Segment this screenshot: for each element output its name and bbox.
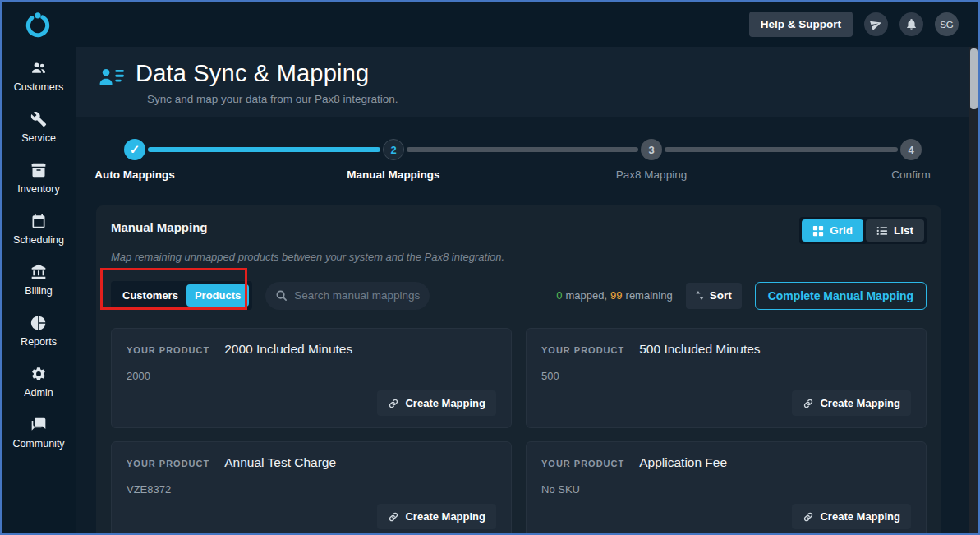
paper-plane-icon xyxy=(870,18,882,30)
list-view-button[interactable]: List xyxy=(866,219,924,242)
sort-label: Sort xyxy=(710,289,732,302)
user-avatar[interactable]: SG xyxy=(935,12,959,36)
search-box xyxy=(265,282,430,310)
gear-icon xyxy=(30,366,47,382)
sidebar-item-community[interactable]: Community xyxy=(2,408,76,459)
product-card: YOUR PRODUCT Application Fee No SKU Crea… xyxy=(526,441,927,535)
sidebar-item-label: Admin xyxy=(24,387,53,399)
step-label-manual-mappings: Manual Mappings xyxy=(347,168,439,181)
sidebar-item-billing[interactable]: Billing xyxy=(2,255,76,306)
tab-products[interactable]: Products xyxy=(186,284,249,307)
mapped-count: 0 xyxy=(556,289,562,302)
your-product-label: YOUR PRODUCT xyxy=(541,459,624,468)
sidebar-item-reports[interactable]: Reports xyxy=(2,306,76,357)
create-mapping-label: Create Mapping xyxy=(405,510,485,523)
step-circle-pax8-mapping[interactable]: 3 xyxy=(641,139,662,160)
search-input[interactable] xyxy=(294,289,420,302)
sidebar-item-inventory[interactable]: Inventory xyxy=(2,153,76,204)
sort-arrows-icon xyxy=(696,290,704,301)
step-label-auto-mappings: Auto Mappings xyxy=(94,168,175,181)
main-content: Data Sync & Mapping Sync and map your da… xyxy=(76,47,978,533)
grid-icon xyxy=(812,225,824,237)
sidebar-item-label: Customers xyxy=(14,81,63,93)
link-icon xyxy=(388,511,399,523)
sidebar-item-scheduling[interactable]: Scheduling xyxy=(2,204,76,255)
box-icon xyxy=(30,162,47,178)
sort-button[interactable]: Sort xyxy=(686,283,742,309)
notifications-button[interactable] xyxy=(899,12,923,36)
tab-customers[interactable]: Customers xyxy=(114,284,186,307)
step-label-confirm: Confirm xyxy=(891,168,930,181)
grid-view-button[interactable]: Grid xyxy=(802,219,863,242)
create-mapping-label: Create Mapping xyxy=(820,397,900,409)
product-sku: VZE8372 xyxy=(127,483,496,496)
create-mapping-button[interactable]: Create Mapping xyxy=(792,390,911,416)
entity-tabs: Customers Products xyxy=(111,281,252,310)
product-card: YOUR PRODUCT Annual Test Charge VZE8372 … xyxy=(111,441,512,535)
community-icon xyxy=(30,417,47,433)
sidebar-item-label: Inventory xyxy=(17,183,59,195)
stepper-track xyxy=(665,147,898,152)
complete-manual-mapping-button[interactable]: Complete Manual Mapping xyxy=(755,282,927,310)
sidebar-item-customers[interactable]: Customers xyxy=(2,51,76,102)
grid-view-label: Grid xyxy=(830,224,853,237)
product-cards-grid: YOUR PRODUCT 2000 Included Minutes 2000 … xyxy=(111,328,927,535)
stepper-track-complete xyxy=(148,147,380,152)
topbar-actions: Help & Support SG xyxy=(749,12,959,37)
sidebar-item-label: Reports xyxy=(21,336,57,348)
create-mapping-button[interactable]: Create Mapping xyxy=(792,504,911,529)
sidebar-item-label: Billing xyxy=(25,285,52,297)
pie-chart-icon xyxy=(30,315,47,331)
create-mapping-button[interactable]: Create Mapping xyxy=(377,390,496,416)
panel-subtitle: Map remaining unmapped products between … xyxy=(111,251,927,263)
product-name: 500 Included Minutes xyxy=(639,342,760,357)
product-card: YOUR PRODUCT 2000 Included Minutes 2000 … xyxy=(111,328,512,428)
product-name: Application Fee xyxy=(639,455,727,470)
user-list-icon xyxy=(99,60,125,117)
sidebar-item-label: Community xyxy=(12,438,64,450)
step-circle-auto-mappings[interactable]: ✓ xyxy=(124,139,145,160)
product-name: Annual Test Charge xyxy=(224,455,336,470)
help-support-button[interactable]: Help & Support xyxy=(749,12,853,37)
sidebar-item-label: Scheduling xyxy=(13,234,64,246)
sidebar: Customers Service Inventory Scheduling B… xyxy=(2,2,76,533)
mapped-label: mapped, xyxy=(566,289,608,302)
remaining-label: remaining xyxy=(626,289,673,302)
link-icon xyxy=(803,511,814,523)
page-header: Data Sync & Mapping Sync and map your da… xyxy=(76,47,978,117)
link-icon xyxy=(388,398,399,409)
sidebar-item-label: Service xyxy=(21,132,56,144)
your-product-label: YOUR PRODUCT xyxy=(541,345,624,355)
vertical-scrollbar[interactable] xyxy=(969,47,978,533)
create-mapping-button[interactable]: Create Mapping xyxy=(377,504,496,529)
product-sku: 2000 xyxy=(127,370,496,382)
step-circle-manual-mappings[interactable]: 2 xyxy=(383,139,404,160)
panel-title: Manual Mapping xyxy=(111,217,208,234)
scrollbar-thumb[interactable] xyxy=(970,48,978,109)
link-icon xyxy=(803,398,814,409)
list-view-label: List xyxy=(894,224,913,237)
create-mapping-label: Create Mapping xyxy=(820,510,900,523)
page-title: Data Sync & Mapping xyxy=(136,60,398,87)
your-product-label: YOUR PRODUCT xyxy=(127,459,209,468)
product-name: 2000 Included Minutes xyxy=(224,342,352,357)
sidebar-item-service[interactable]: Service xyxy=(2,102,76,153)
list-icon xyxy=(876,225,888,237)
product-card: YOUR PRODUCT 500 Included Minutes 500 Cr… xyxy=(526,328,927,428)
bank-icon xyxy=(30,264,47,280)
manual-mapping-panel: Manual Mapping Grid List Map remaining u… xyxy=(96,205,941,535)
calendar-icon xyxy=(30,213,47,229)
wizard-stepper: ✓ 2 3 4 Auto Mappings Manual Mappings Pa… xyxy=(76,117,978,205)
stepper-track xyxy=(407,147,638,152)
product-sku: 500 xyxy=(541,370,911,382)
step-circle-confirm[interactable]: 4 xyxy=(900,139,922,160)
controls-row: Customers Products 0 mapped, 99 remainin… xyxy=(111,281,927,310)
page-subtitle: Sync and map your data from our Pax8 int… xyxy=(147,93,398,105)
bell-icon xyxy=(905,18,918,30)
send-button[interactable] xyxy=(864,12,888,36)
view-toggle: Grid List xyxy=(799,217,927,244)
product-sku: No SKU xyxy=(541,483,911,496)
sidebar-item-admin[interactable]: Admin xyxy=(2,357,76,408)
app-logo-icon[interactable] xyxy=(23,11,53,40)
wrench-icon xyxy=(30,111,47,127)
